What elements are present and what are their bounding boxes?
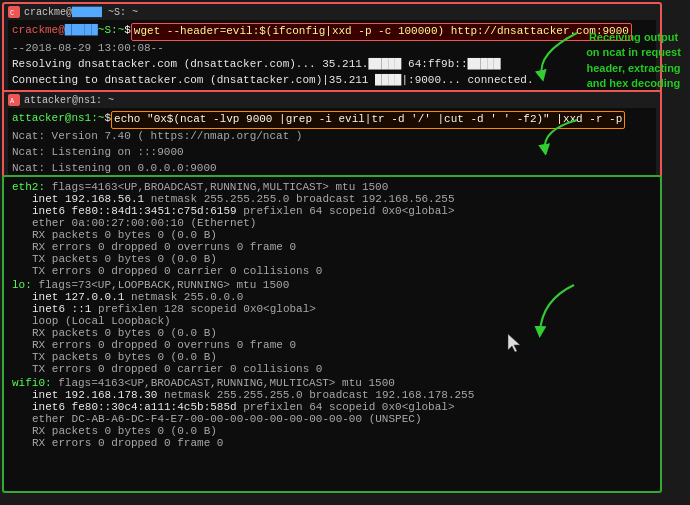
ifconfig-wifi0: wifi0: flags=4163<UP,BROADCAST,RUNNING,M… (12, 377, 652, 449)
eth2-inet: inet 192.168.56.1 netmask 255.255.255.0 … (12, 193, 652, 205)
eth2-tx-errors: TX errors 0 dropped 0 carrier 0 collisio… (12, 265, 652, 277)
arrow-top (532, 28, 582, 83)
lo-rx-errors: RX errors 0 dropped 0 overruns 0 frame 0 (12, 339, 652, 351)
lo-tx-packets: TX packets 0 bytes 0 (0.0 B) (12, 351, 652, 363)
eth2-flags-line: eth2: flags=4163<UP,BROADCAST,RUNNING,MU… (12, 181, 652, 193)
crackme-icon: C (8, 6, 20, 18)
prompt-host: █████ (65, 23, 98, 41)
title-bar-attacker: A attacker@ns1: ~ (8, 94, 656, 106)
wifi0-flags-line: wifi0: flags=4163<UP,BROADCAST,RUNNING,M… (12, 377, 652, 389)
eth2-tx-packets: TX packets 0 bytes 0 (0.0 B) (12, 253, 652, 265)
title-bar-crackme: C crackme@█████ ~S: ~ (8, 6, 656, 18)
arrow-bottom (532, 280, 582, 340)
attacker-title: attacker@ns1: ~ (24, 95, 114, 106)
prompt-path: ~S:~ (98, 23, 124, 41)
eth2-rx-packets: RX packets 0 bytes 0 (0.0 B) (12, 229, 652, 241)
eth2-inet6: inet6 fe80::84d1:3451:c75d:6159 prefixle… (12, 205, 652, 217)
wifi0-rx-errors: RX errors 0 dropped 0 frame 0 (12, 437, 652, 449)
eth2-ether: ether 0a:00:27:00:00:10 (Ethernet) (12, 217, 652, 229)
wifi0-ether: ether DC-AB-A6-DC-F4-E7-00-00-00-00-00-0… (12, 413, 652, 425)
annotation-text: Receiving output on ncat in request head… (586, 31, 681, 89)
arrow-mid (537, 115, 582, 155)
cursor (504, 332, 520, 355)
lo-tx-errors: TX errors 0 dropped 0 carrier 0 collisio… (12, 363, 652, 375)
main-container: C crackme@█████ ~S: ~ crackme@█████ ~S:~… (0, 0, 690, 505)
wifi0-rx-packets: RX packets 0 bytes 0 (0.0 B) (12, 425, 652, 437)
ifconfig-eth2: eth2: flags=4163<UP,BROADCAST,RUNNING,MU… (12, 181, 652, 277)
prompt-user: crackme@ (12, 23, 65, 41)
attacker-prompt-symbol: $ (104, 111, 111, 129)
svg-text:C: C (10, 9, 14, 17)
wifi0-inet: inet 192.168.178.30 netmask 255.255.255.… (12, 389, 652, 401)
wifi0-inet6: inet6 fe80::30c4:a111:4c5b:585d prefixle… (12, 401, 652, 413)
attacker-icon: A (8, 94, 20, 106)
annotation-box: Receiving output on ncat in request head… (581, 30, 686, 92)
prompt-symbol: $ (124, 23, 131, 41)
attacker-prompt-user: attacker@ns1:~ (12, 111, 104, 129)
eth2-rx-errors: RX errors 0 dropped 0 overruns 0 frame 0 (12, 241, 652, 253)
crackme-title: crackme@█████ ~S: ~ (24, 7, 138, 18)
